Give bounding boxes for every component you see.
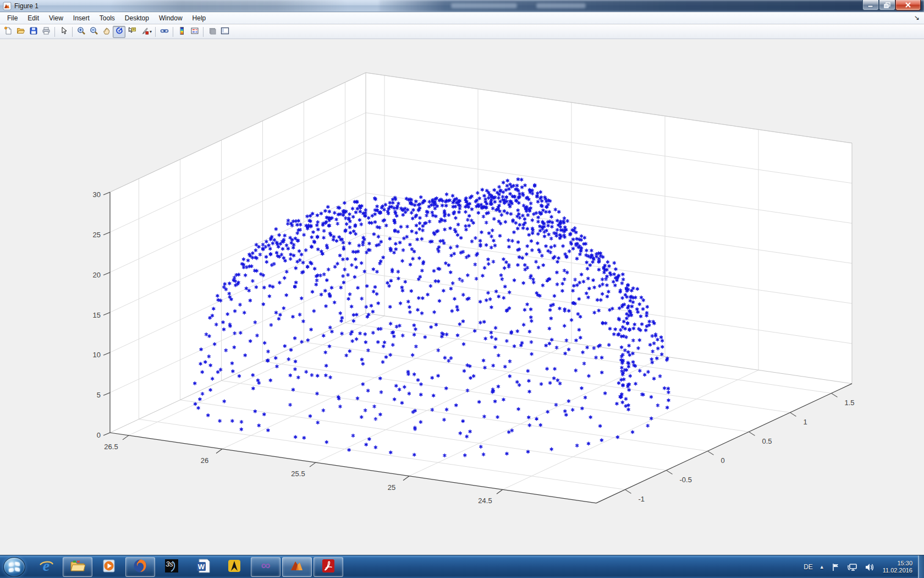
network-icon[interactable] xyxy=(847,563,858,572)
menu-edit[interactable]: Edit xyxy=(23,13,44,23)
z-tick-label: 25 xyxy=(93,231,101,239)
z-tick-label: 15 xyxy=(93,311,101,319)
minimize-button[interactable] xyxy=(862,0,879,10)
word-icon: W xyxy=(195,558,211,576)
rotate-3d-button[interactable] xyxy=(113,26,125,38)
link-plot-button[interactable] xyxy=(158,26,170,38)
print-figure-icon xyxy=(42,26,51,37)
toolbar-separator xyxy=(203,27,204,37)
toolbar-separator xyxy=(155,27,156,37)
y-tick-label: 0.5 xyxy=(762,437,772,445)
open-file-icon xyxy=(16,26,25,37)
insert-legend-icon xyxy=(190,26,199,37)
zoom-in-button[interactable] xyxy=(75,26,87,38)
taskbar-acrobat-button[interactable] xyxy=(314,557,343,577)
visual-studio-icon: ∞ xyxy=(257,558,274,576)
data-cursor-icon xyxy=(128,26,136,37)
taskbar-word-button[interactable]: W xyxy=(188,557,218,577)
y-tick-label: -0.5 xyxy=(680,476,692,484)
pan-hand-icon xyxy=(102,26,111,37)
close-button[interactable] xyxy=(895,0,921,10)
open-file-button[interactable] xyxy=(14,26,27,38)
menu-window[interactable]: Window xyxy=(154,13,188,23)
matlab-figure-icon xyxy=(3,2,12,10)
brush-data-button[interactable] xyxy=(138,26,151,38)
ansys-icon xyxy=(226,558,243,576)
taskbar-ansys-button[interactable] xyxy=(219,557,249,577)
taskbar-media-player-button[interactable] xyxy=(94,557,124,577)
zoom-out-icon xyxy=(90,26,98,37)
show-hidden-icons-arrow[interactable]: ▲ xyxy=(820,564,824,570)
pan-hand-button[interactable] xyxy=(100,26,113,38)
z-tick-label: 30 xyxy=(93,190,101,199)
x-tick-label: 25.5 xyxy=(291,470,305,478)
zoom-in-icon xyxy=(77,26,86,37)
hide-plot-tools-icon xyxy=(208,26,217,37)
z-tick-label: 20 xyxy=(93,271,101,279)
desktop: Figure 1 FileEditViewInsertToolsDesktopW… xyxy=(0,0,924,578)
taskbar-matlab-button[interactable] xyxy=(282,557,312,577)
svg-text:e: e xyxy=(43,558,50,574)
menu-bar: FileEditViewInsertToolsDesktopWindowHelp xyxy=(0,13,924,24)
acrobat-icon xyxy=(320,558,337,576)
hide-plot-tools-button[interactable] xyxy=(206,26,218,38)
rotate-3d-icon xyxy=(115,26,124,37)
volume-icon[interactable] xyxy=(865,563,875,572)
y-tick-label: -1 xyxy=(639,495,645,503)
internet-explorer-icon: e xyxy=(38,558,54,576)
y-tick-label: 0 xyxy=(721,456,725,465)
blurred-text-blob xyxy=(536,3,586,8)
brush-data-icon xyxy=(140,26,149,37)
show-desktop-button[interactable] xyxy=(918,555,924,578)
edit-plot-arrow-button[interactable] xyxy=(57,26,70,38)
taskbar-clock[interactable]: 15:30 11.02.2016 xyxy=(883,560,912,574)
insert-legend-button[interactable] xyxy=(188,26,201,38)
zoom-out-button[interactable] xyxy=(87,26,100,38)
start-button[interactable] xyxy=(3,557,25,577)
action-center-flag-icon[interactable] xyxy=(831,563,840,572)
matlab-icon xyxy=(289,558,305,576)
taskbar-windows-explorer-button[interactable] xyxy=(63,557,92,577)
menu-view[interactable]: View xyxy=(44,13,68,23)
insert-colorbar-icon xyxy=(178,26,186,37)
insert-colorbar-button[interactable] xyxy=(175,26,188,38)
menu-insert[interactable]: Insert xyxy=(68,13,95,23)
y-tick-label: 1 xyxy=(804,418,807,426)
show-plot-tools-icon xyxy=(221,26,229,37)
taskbar-3ds-app-button[interactable]: 3s xyxy=(157,557,186,577)
dock-figure-arrow[interactable]: ↘ xyxy=(914,14,920,21)
window-title: Figure 1 xyxy=(14,2,38,10)
taskbar-internet-explorer-button[interactable]: e xyxy=(31,557,61,577)
taskbar-firefox-button[interactable] xyxy=(125,557,155,577)
brush-dropdown-arrow[interactable]: ▾ xyxy=(150,29,152,34)
save-figure-button[interactable] xyxy=(27,26,40,38)
windows-taskbar: e3sW∞ DE ▲ 15:30 11.02.2016 xyxy=(0,555,924,578)
blurred-text-blob xyxy=(451,3,517,8)
edit-plot-arrow-icon xyxy=(59,26,68,37)
svg-text:∞: ∞ xyxy=(261,558,270,572)
data-cursor-button[interactable] xyxy=(125,26,138,38)
language-indicator[interactable]: DE xyxy=(804,563,813,571)
x-tick-label: 26 xyxy=(201,456,208,465)
toolbar-separator xyxy=(173,27,173,37)
figure-toolbar: ▾ xyxy=(0,25,924,39)
z-tick-label: 5 xyxy=(97,391,101,399)
figure-titlebar[interactable]: Figure 1 xyxy=(0,0,924,12)
3d-scatter-plot[interactable]: 26.52625.52524.5-1-0.500.511.50510152025… xyxy=(0,39,924,555)
clock-date: 11.02.2016 xyxy=(883,567,912,574)
menu-desktop[interactable]: Desktop xyxy=(120,13,154,23)
new-figure-icon xyxy=(4,26,13,37)
menu-file[interactable]: File xyxy=(2,13,23,23)
toolbar-separator xyxy=(72,27,73,37)
print-figure-button[interactable] xyxy=(40,26,52,38)
menu-tools[interactable]: Tools xyxy=(95,13,120,23)
show-plot-tools-button[interactable] xyxy=(218,26,231,38)
menu-help[interactable]: Help xyxy=(188,13,211,23)
firefox-icon xyxy=(132,558,148,576)
media-player-icon xyxy=(101,558,117,576)
restore-button[interactable] xyxy=(879,0,895,10)
new-figure-button[interactable] xyxy=(2,26,14,38)
x-tick-label: 25 xyxy=(388,483,395,492)
svg-text:3s: 3s xyxy=(166,560,173,568)
taskbar-visual-studio-button[interactable]: ∞ xyxy=(251,557,280,577)
